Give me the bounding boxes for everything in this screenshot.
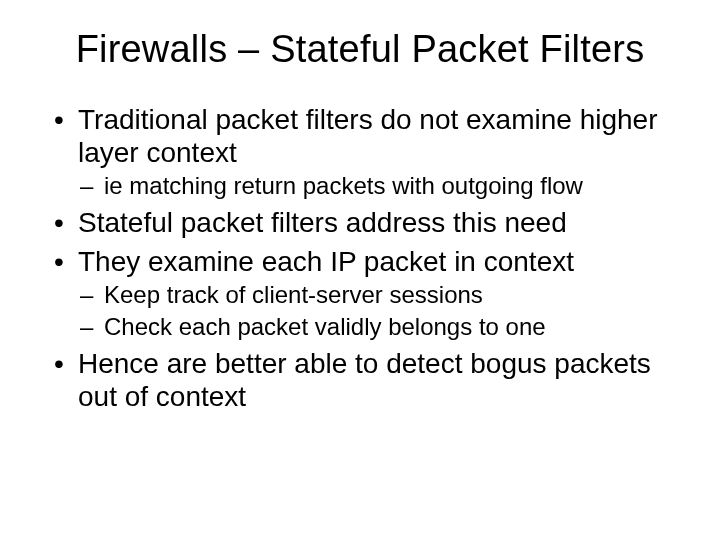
slide: Firewalls – Stateful Packet Filters Trad… bbox=[0, 0, 720, 540]
list-item: They examine each IP packet in context K… bbox=[50, 245, 670, 341]
list-item: Stateful packet filters address this nee… bbox=[50, 206, 670, 239]
sub-list-item: Check each packet validly belongs to one bbox=[78, 312, 670, 341]
bullet-list: Traditional packet filters do not examin… bbox=[50, 103, 670, 413]
list-item-text: Stateful packet filters address this nee… bbox=[78, 207, 567, 238]
list-item-text: Traditional packet filters do not examin… bbox=[78, 104, 658, 168]
list-item: Traditional packet filters do not examin… bbox=[50, 103, 670, 200]
list-item-text: They examine each IP packet in context bbox=[78, 246, 574, 277]
sub-list: Keep track of client-server sessions Che… bbox=[78, 280, 670, 341]
list-item-text: Hence are better able to detect bogus pa… bbox=[78, 348, 651, 412]
sub-list-item: ie matching return packets with outgoing… bbox=[78, 171, 670, 200]
slide-title: Firewalls – Stateful Packet Filters bbox=[50, 28, 670, 71]
sub-list-item: Keep track of client-server sessions bbox=[78, 280, 670, 309]
sub-list: ie matching return packets with outgoing… bbox=[78, 171, 670, 200]
list-item: Hence are better able to detect bogus pa… bbox=[50, 347, 670, 413]
